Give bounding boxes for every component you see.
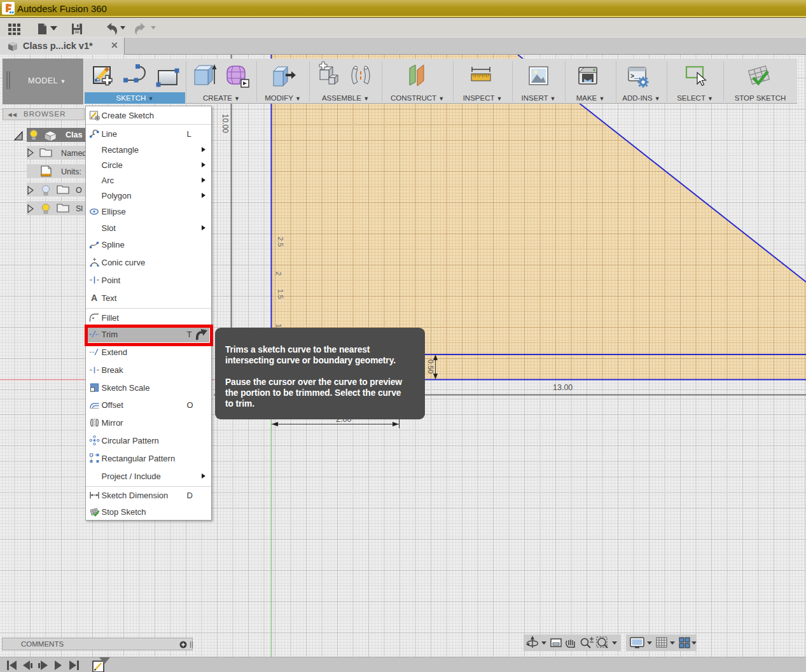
svg-text:13.00: 13.00 xyxy=(553,383,573,392)
svg-text:1.5: 1.5 xyxy=(277,289,284,299)
svg-text:O: O xyxy=(76,186,82,195)
svg-text:2.5: 2.5 xyxy=(277,237,284,247)
svg-text:Sl: Sl xyxy=(76,204,83,213)
svg-text:Named: Named xyxy=(61,149,87,158)
svg-text:2: 2 xyxy=(275,272,282,276)
svg-text:>_: >_ xyxy=(630,73,639,80)
svg-text:Units:: Units: xyxy=(61,167,81,176)
svg-text:0.50: 0.50 xyxy=(427,360,434,374)
svg-text:Clas: Clas xyxy=(66,130,82,139)
svg-text:10.00: 10.00 xyxy=(221,114,230,133)
svg-text:A: A xyxy=(91,293,97,303)
